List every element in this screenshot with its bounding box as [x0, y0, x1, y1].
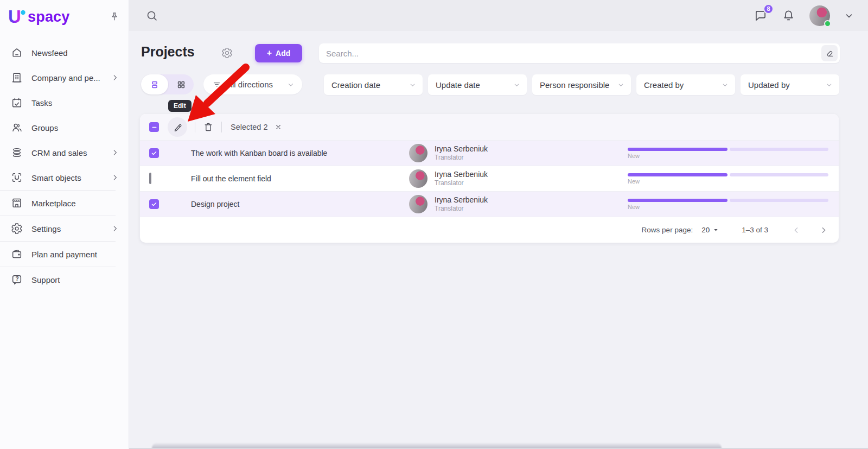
select-all-checkbox-indeterminate[interactable]	[149, 122, 159, 132]
filter-label: Creation date	[331, 80, 380, 90]
sidebar-item-marketplace[interactable]: Marketplace	[0, 191, 129, 216]
chevron-down-icon	[617, 81, 624, 88]
logo: U spacy	[0, 0, 129, 31]
calendar-check-icon	[11, 97, 23, 109]
progress-bar	[628, 199, 828, 202]
rows-per-page-value: 20	[701, 226, 710, 234]
person-cell: Iryna Serbeniuk Translator	[409, 169, 628, 188]
chevron-down-icon	[287, 81, 295, 88]
progress-bar	[628, 173, 828, 176]
projects-table: Selected 2 The work with Kanban board is…	[140, 114, 839, 243]
filter-update-date[interactable]: Update date	[428, 74, 527, 95]
toolbar-divider	[195, 122, 195, 132]
person-avatar	[409, 169, 427, 188]
chevron-right-icon	[111, 174, 119, 181]
row-checkbox-unchecked[interactable]	[149, 173, 151, 184]
user-avatar[interactable]	[809, 5, 830, 26]
rows-per-page-select[interactable]: 20	[701, 226, 719, 234]
view-toggle	[141, 74, 194, 94]
chevron-down-icon	[722, 81, 729, 88]
pin-sidebar-icon[interactable]	[109, 11, 120, 22]
project-title: Fill out the element field	[191, 174, 409, 183]
search-input[interactable]	[319, 43, 840, 63]
page-settings-gear-icon[interactable]	[221, 47, 233, 59]
person-avatar	[409, 144, 427, 162]
edit-button[interactable]	[168, 117, 187, 137]
chat-icon[interactable]: 8	[754, 9, 768, 23]
clear-search-eraser-icon[interactable]	[821, 45, 838, 61]
sidebar-item-smart-objects[interactable]: Smart objects	[0, 165, 129, 190]
sidebar-item-label: Marketplace	[31, 199, 76, 208]
chevron-right-icon	[111, 74, 119, 81]
sidebar-item-groups[interactable]: Groups	[0, 115, 129, 140]
row-checkbox-checked[interactable]	[149, 148, 159, 158]
stage-progress-cell: New	[628, 148, 839, 159]
gear-icon	[11, 223, 23, 235]
next-page-chevron-icon[interactable]	[819, 226, 828, 235]
filter-label: Person responsible	[540, 80, 609, 90]
edit-tooltip: Edit	[168, 100, 192, 112]
add-button-label: Add	[276, 49, 290, 58]
plus-icon: +	[267, 49, 272, 58]
pagination-range-label: 1–3 of 3	[742, 226, 768, 234]
person-avatar	[409, 195, 427, 213]
online-status-dot	[824, 20, 831, 27]
chevron-down-icon	[826, 81, 833, 88]
previous-page-chevron-icon[interactable]	[792, 226, 801, 235]
sidebar-item-settings[interactable]: Settings	[0, 216, 129, 241]
search-bar	[319, 43, 840, 63]
sidebar-item-tasks[interactable]: Tasks	[0, 90, 129, 115]
bell-icon[interactable]	[782, 9, 795, 22]
sidebar-item-plan-payment[interactable]: Plan and payment	[0, 242, 129, 267]
person-role: Translator	[435, 179, 488, 187]
clear-selection-close-icon[interactable]	[275, 123, 282, 131]
grid-view-button[interactable]	[168, 74, 194, 94]
smart-objects-icon	[11, 172, 23, 184]
directions-filter-label: All directions	[227, 80, 273, 89]
sidebar-item-crm[interactable]: CRM and sales	[0, 140, 129, 165]
list-view-button[interactable]	[141, 74, 168, 94]
filter-label: Update date	[436, 80, 480, 90]
logo-u-icon: U	[8, 8, 27, 26]
delete-button[interactable]	[203, 122, 214, 132]
search-icon[interactable]	[145, 9, 158, 22]
sidebar-item-label: CRM and sales	[31, 148, 87, 157]
directions-filter[interactable]: All directions	[203, 74, 302, 94]
table-row[interactable]: The work with Kanban board is available …	[140, 140, 839, 166]
rows-per-page-label: Rows per page:	[642, 226, 693, 234]
table-row[interactable]: Fill out the element field Iryna Serbeni…	[140, 166, 839, 191]
table-row[interactable]: Design project Iryna Serbeniuk Translato…	[140, 191, 839, 217]
sidebar-nav: Newsfeed Company and pe... Tasks Groups	[0, 40, 129, 292]
filter-created-by[interactable]: Created by	[636, 74, 735, 95]
home-icon	[11, 47, 23, 59]
sidebar-item-company[interactable]: Company and pe...	[0, 65, 129, 90]
chevron-down-icon	[713, 227, 719, 233]
stage-progress-cell: New	[628, 173, 839, 185]
filter-updated-by[interactable]: Updated by	[741, 74, 839, 95]
filter-person-responsible[interactable]: Person responsible	[532, 74, 631, 95]
building-icon	[11, 72, 23, 84]
person-role: Translator	[435, 205, 488, 213]
main-content: Projects + Add All directions Creation d…	[129, 31, 868, 449]
storefront-icon	[11, 197, 23, 209]
filter-lines-icon	[212, 80, 221, 89]
sidebar-item-support[interactable]: ? Support	[0, 267, 129, 292]
person-role: Translator	[435, 154, 488, 162]
stack-icon	[11, 147, 23, 159]
sidebar-item-label: Support	[31, 275, 60, 284]
row-checkbox-checked[interactable]	[149, 199, 159, 209]
add-button[interactable]: + Add	[255, 44, 302, 62]
filter-creation-date[interactable]: Creation date	[324, 74, 423, 95]
chevron-down-icon[interactable]	[844, 11, 854, 21]
filter-row: Creation date Update date Person respons…	[324, 74, 839, 95]
chevron-down-icon	[513, 81, 520, 88]
sidebar-item-newsfeed[interactable]: Newsfeed	[0, 40, 129, 65]
filter-label: Updated by	[748, 80, 790, 90]
stage-label: New	[628, 153, 828, 159]
sidebar-item-label: Plan and payment	[31, 250, 97, 259]
sidebar-item-label: Company and pe...	[31, 73, 100, 83]
chat-unread-badge: 8	[763, 4, 774, 14]
toolbar-divider	[221, 122, 222, 132]
person-name: Iryna Serbeniuk	[435, 195, 488, 205]
sidebar-item-label: Tasks	[31, 98, 52, 107]
